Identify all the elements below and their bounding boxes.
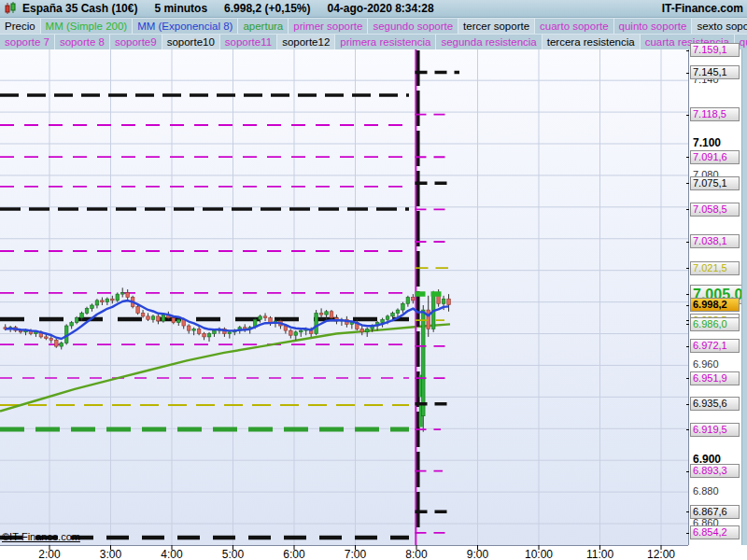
- datetime-label: 04-ago-2020 8:34:28: [327, 2, 433, 15]
- candlestick-icon: [4, 2, 17, 15]
- legend-item-sexto-soporte[interactable]: sexto soporte: [692, 19, 747, 34]
- legend-item-apertura[interactable]: apertura: [238, 19, 289, 34]
- price-tick: [686, 404, 689, 405]
- title-bar: España 35 Cash (10€) 5 minutos 6.998,2 (…: [0, 0, 747, 18]
- legend-item-mm-simple-200-[interactable]: MM (Simple 200): [41, 19, 134, 34]
- price-level-label: 6.919,5: [690, 423, 740, 437]
- price-tick: [686, 73, 689, 74]
- price-tick: [686, 429, 689, 430]
- chart-area[interactable]: 2:003:004:005:006:007:008:009:0010:0011:…: [0, 49, 747, 560]
- price-tick: [686, 533, 689, 534]
- brand-label: IT-Finance.com: [662, 2, 743, 15]
- legend-item-tercer-soporte[interactable]: tercer soporte: [458, 19, 535, 34]
- price-level-label: 6.854,2: [690, 525, 740, 539]
- price-tick: [686, 471, 689, 472]
- price-tick: [686, 324, 689, 325]
- price-axis[interactable]: 7.1407.1007.0806.9606.9006.8806.8607.159…: [688, 49, 747, 545]
- watermark: ©IT-Finance.com: [2, 531, 80, 542]
- price-level-label: 7.091,6: [690, 150, 740, 164]
- legend-item-soporte-8[interactable]: soporte 8: [55, 35, 110, 49]
- price-tick: [686, 511, 689, 512]
- price-tick: [686, 268, 689, 269]
- instrument-name: España 35 Cash (10€): [22, 2, 137, 15]
- price-tick: [686, 346, 689, 347]
- time-tick-label: 9:00: [467, 548, 489, 560]
- price-level-label: 6.951,9: [690, 371, 740, 385]
- legend-item-cuarto-soporte[interactable]: cuarto soporte: [535, 19, 614, 34]
- price-level-label: 6.893,3: [690, 464, 740, 478]
- legend-item-tercera-resistencia[interactable]: tercera resistencia: [543, 35, 641, 49]
- timeframe-label: 5 minutos: [154, 2, 207, 15]
- price-level-label: 7.075,1: [690, 176, 740, 190]
- price-tick: [686, 294, 689, 295]
- price-tick: [686, 305, 689, 306]
- legend-item-mm-exponencial-8-[interactable]: MM (Exponencial 8): [133, 19, 238, 34]
- price-level-label: 7.159,1: [690, 43, 740, 57]
- price-tick-label: 6.960: [693, 358, 719, 370]
- price-tick: [686, 115, 689, 116]
- legend-item-segunda-resistencia[interactable]: segunda resistencia: [436, 35, 542, 49]
- price-level-label: 7.145,1: [690, 65, 740, 79]
- legend-item-soporte12[interactable]: soporte12: [277, 35, 335, 49]
- price-tick: [686, 50, 689, 51]
- price-level-label: 7.058,5: [690, 203, 740, 217]
- price-level-label: 7.021,5: [690, 261, 740, 275]
- price-level-label: 7.038,1: [690, 234, 740, 248]
- legend-item-soporte-7[interactable]: soporte 7: [0, 35, 55, 49]
- price-level-label: 6.867,6: [690, 505, 740, 519]
- candlestick-chart[interactable]: 2:003:004:005:006:007:008:009:0010:0011:…: [0, 49, 747, 560]
- legend-row-2: soporte 7soporte 8soporte9soporte10sopor…: [0, 34, 747, 49]
- time-tick-label: 10:00: [525, 548, 553, 560]
- time-tick-label: 4:00: [161, 548, 183, 560]
- price-tick: [686, 157, 689, 158]
- price-tick-label: 6.880: [693, 485, 719, 497]
- time-tick-label: 5:00: [222, 548, 245, 560]
- time-tick-label: 12:00: [647, 548, 675, 560]
- legend-item-soporte9[interactable]: soporte9: [110, 35, 162, 49]
- vertical-scrollbar[interactable]: [741, 49, 747, 545]
- time-tick-label: 3:00: [100, 548, 122, 560]
- price-tick-label: 7.100: [693, 136, 721, 149]
- legend-row-1: PrecioMM (Simple 200)MM (Exponencial 8)a…: [0, 18, 747, 34]
- price-tick: [686, 183, 689, 184]
- price-level-label: 7.118,5: [690, 107, 740, 121]
- legend-item-precio[interactable]: Precio: [0, 19, 41, 34]
- legend-item-primer-soporte[interactable]: primer soporte: [289, 19, 368, 34]
- price-tick: [686, 320, 689, 321]
- time-tick-label: 8:00: [405, 548, 428, 560]
- price-tick: [686, 209, 689, 210]
- time-tick-label: 7:00: [345, 548, 367, 560]
- price-tick: [686, 242, 689, 243]
- legend-item-primera-resistencia[interactable]: primera resistencia: [335, 35, 436, 49]
- price-level-label: 6.972,1: [690, 339, 740, 353]
- time-tick-label: 2:00: [38, 548, 61, 560]
- time-tick-label: 11:00: [586, 548, 613, 560]
- price-level-label: 6.935,6: [690, 397, 740, 411]
- price-tick: [686, 378, 689, 379]
- legend-item-segundo-soporte[interactable]: segundo soporte: [368, 19, 458, 34]
- legend-item-quinto-soporte[interactable]: quinto soporte: [614, 19, 693, 34]
- last-price-change: 6.998,2 (+0,15%): [224, 2, 310, 15]
- legend-item-soporte11[interactable]: soporte11: [220, 35, 277, 49]
- legend-item-soporte10[interactable]: soporte10: [162, 35, 220, 49]
- price-level-label: 6.986,0: [690, 317, 740, 331]
- current-price-label: 6.998,2: [690, 298, 740, 312]
- time-tick-label: 6:00: [283, 548, 305, 560]
